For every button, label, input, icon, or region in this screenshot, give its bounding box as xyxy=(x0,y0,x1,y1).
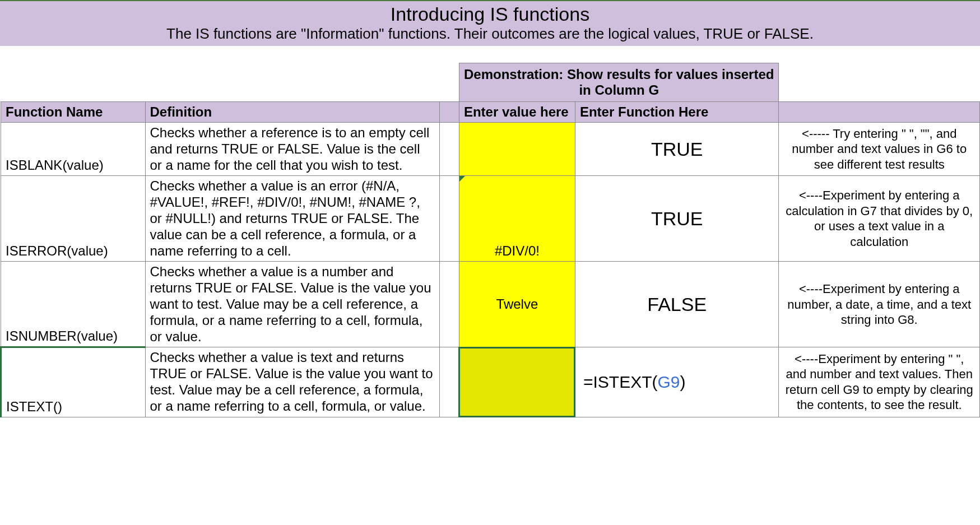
title-block: Introducing IS functions The IS function… xyxy=(0,0,980,46)
formula-prefix: =ISTEXT( xyxy=(583,373,658,391)
col-enter-function: Enter Function Here xyxy=(575,102,779,123)
table-row: ISBLANK(value) Checks whether a referenc… xyxy=(1,123,980,176)
result-cell-formula[interactable]: =ISTEXT(G9) xyxy=(575,347,779,417)
page-subtitle: The IS functions are "Information" funct… xyxy=(0,25,980,43)
tip-cell[interactable]: <----Experiment by entering a number, a … xyxy=(779,262,980,347)
page-title: Introducing IS functions xyxy=(0,3,980,25)
table-row-selected: ISTEXT() Checks whether a value is text … xyxy=(1,347,980,417)
fn-name-istext[interactable]: ISTEXT() xyxy=(1,347,146,417)
fn-name-isblank[interactable]: ISBLANK(value) xyxy=(1,123,146,176)
formula-cell-ref: G9 xyxy=(657,373,680,391)
spreadsheet: Introducing IS functions The IS function… xyxy=(0,0,980,417)
table-row: ISERROR(value) Checks whether a value is… xyxy=(1,176,980,262)
value-cell-g8[interactable]: Twelve xyxy=(459,262,575,347)
column-header-row: Function Name Definition Enter value her… xyxy=(1,102,980,123)
value-cell-g7[interactable]: #DIV/0! xyxy=(459,176,575,262)
is-functions-table: Demonstration: Show results for values i… xyxy=(0,63,980,417)
result-cell[interactable]: TRUE xyxy=(575,123,779,176)
result-cell[interactable]: FALSE xyxy=(575,262,779,347)
fn-name-iserror[interactable]: ISERROR(value) xyxy=(1,176,146,262)
demo-header: Demonstration: Show results for values i… xyxy=(459,63,779,102)
result-cell[interactable]: TRUE xyxy=(575,176,779,262)
tip-cell[interactable]: <----Experiment by entering a calculatio… xyxy=(779,176,980,262)
col-enter-value: Enter value here xyxy=(459,102,575,123)
formula-suffix: ) xyxy=(680,373,686,391)
tip-cell[interactable]: <----Experiment by entering " ", and num… xyxy=(779,347,980,417)
value-cell-g6[interactable] xyxy=(459,123,575,176)
col-function-name: Function Name xyxy=(1,102,146,123)
spacer xyxy=(0,46,980,63)
fn-def[interactable]: Checks whether a reference is to an empt… xyxy=(145,123,439,176)
fn-def[interactable]: Checks whether a value is text and retur… xyxy=(145,347,439,417)
demo-header-row: Demonstration: Show results for values i… xyxy=(1,63,980,102)
fn-def[interactable]: Checks whether a value is a number and r… xyxy=(145,262,439,347)
tip-cell[interactable]: <----- Try entering " ", "", and number … xyxy=(779,123,980,176)
col-definition: Definition xyxy=(145,102,439,123)
table-row: ISNUMBER(value) Checks whether a value i… xyxy=(1,262,980,347)
fn-def[interactable]: Checks whether a value is an error (#N/A… xyxy=(145,176,439,262)
value-cell-g9[interactable] xyxy=(459,347,575,417)
fn-name-isnumber[interactable]: ISNUMBER(value) xyxy=(1,262,146,347)
